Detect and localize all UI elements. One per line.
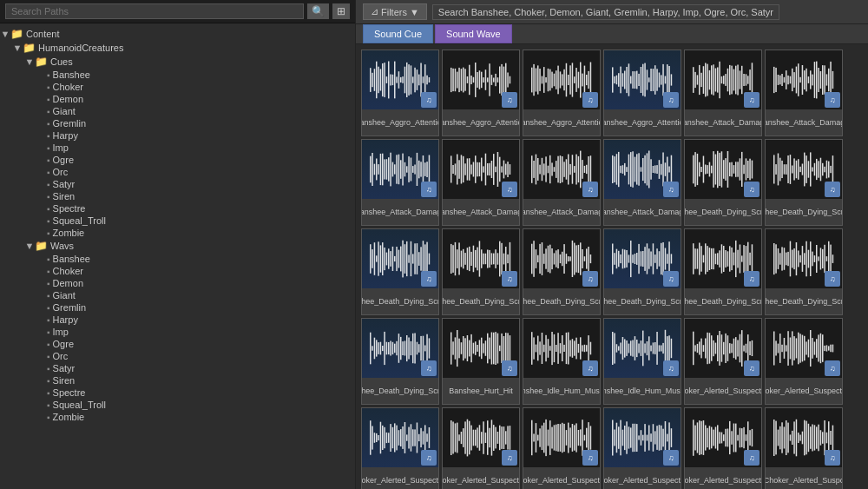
asset-type-icon: ♫ <box>421 182 437 197</box>
tree-item-imp-w[interactable]: ▪Imp <box>0 326 355 338</box>
svg-rect-725 <box>380 422 382 454</box>
tree-item-giant-w[interactable]: ▪Giant <box>0 289 355 301</box>
tab-sound-cue[interactable]: Sound Cue <box>363 24 433 43</box>
svg-rect-498 <box>729 246 731 271</box>
asset-tile[interactable]: ♫Banshee_Idle_Hum_Musical <box>603 318 681 405</box>
tree-item-humanoid-creatures[interactable]: ▼📁HumanoidCreatures <box>0 41 355 55</box>
tree-item-squeal-troll-w[interactable]: ▪Squeal_Troll <box>0 399 355 411</box>
tree-item-harpy-w[interactable]: ▪Harpy <box>0 314 355 326</box>
asset-tile[interactable]: ♫Banshee_Aggro_Attention <box>442 50 520 136</box>
tree-item-demon-c[interactable]: ▪Demon <box>0 93 355 105</box>
svg-rect-412 <box>495 249 496 268</box>
tree-item-spectre-c[interactable]: ▪Spectre <box>0 202 355 215</box>
svg-rect-644 <box>641 340 642 356</box>
tree-item-ogre-c[interactable]: ▪Ogre <box>0 154 355 166</box>
tree-item-zombie-c[interactable]: ▪Zombie <box>0 227 355 239</box>
svg-rect-751 <box>452 422 454 454</box>
tree-item-squeal-troll-c[interactable]: ▪Squeal_Troll <box>0 215 355 227</box>
asset-tile[interactable]: ♫Banshee_Attack_Damage <box>684 50 762 136</box>
tree-item-choker-w[interactable]: ▪Choker <box>0 265 355 277</box>
tree-item-wavs[interactable]: ▼📁Wavs <box>0 239 355 253</box>
tree-item-siren-c[interactable]: ▪Siren <box>0 190 355 202</box>
asset-tile[interactable]: ♫Banshee_Attack_Damage <box>361 139 439 226</box>
asset-tile[interactable]: ♫Banshee_Aggro_Attention <box>603 50 681 136</box>
svg-rect-747 <box>424 425 426 450</box>
asset-tile[interactable]: ♫Banshee_Death_Dying_Screech <box>442 228 520 315</box>
tree-item-harpy-c[interactable]: ▪Harpy <box>0 129 355 142</box>
asset-tile[interactable]: ♫Banshee_Idle_Hum_Musical <box>523 318 601 405</box>
svg-rect-885 <box>804 420 806 456</box>
svg-rect-681 <box>735 337 737 360</box>
tree-item-choker-c[interactable]: ▪Choker <box>0 81 355 93</box>
tree-item-banshee-c[interactable]: ▪Banshee <box>0 69 355 81</box>
asset-tile[interactable]: ♫Banshee_Aggro_Attention <box>361 50 439 136</box>
svg-rect-82 <box>575 68 577 92</box>
tree-item-spectre-w[interactable]: ▪Spectre <box>0 387 355 399</box>
svg-rect-151 <box>775 68 777 92</box>
tree-item-imp-c[interactable]: ▪Imp <box>0 142 355 154</box>
asset-tile[interactable]: ♫Banshee_Hurt_Hit <box>442 318 520 405</box>
svg-rect-67 <box>545 77 547 83</box>
svg-rect-470 <box>653 243 654 274</box>
asset-tile[interactable]: ♫Banshee_Attack_Damage <box>603 139 681 226</box>
asset-tile[interactable]: ♫Banshee_Death_Dying_Screech <box>603 228 681 315</box>
svg-rect-369 <box>388 248 390 268</box>
tree-item-gremlin-w[interactable]: ▪Gremlin <box>0 301 355 314</box>
tree-item-orc-c[interactable]: ▪Orc <box>0 166 355 178</box>
asset-tile[interactable]: ♫Choker_Alerted_Suspecting <box>442 407 520 489</box>
svg-rect-605 <box>542 333 543 364</box>
asset-tile[interactable]: ♫Banshee_Attack_Damage <box>442 139 520 226</box>
asset-tile[interactable]: ♫Choker_Alerted_Suspecting <box>603 407 681 489</box>
tile-preview: ♫ <box>523 319 600 378</box>
tree-item-satyr-c[interactable]: ▪Satyr <box>0 178 355 190</box>
tree-item-satyr-w[interactable]: ▪Satyr <box>0 362 355 374</box>
tree-item-cues[interactable]: ▼📁Cues <box>0 55 355 69</box>
svg-rect-226 <box>483 166 484 172</box>
asset-tile[interactable]: ♫Banshee_Attack_Damage <box>765 50 843 136</box>
asset-tile[interactable]: ♫Banshee_Death_Dying_Screech <box>361 228 439 315</box>
asset-tile[interactable]: ♫Choker_Alerted_Suspecting <box>361 407 439 489</box>
tree-item-orc-w[interactable]: ▪Orc <box>0 350 355 362</box>
asset-tile[interactable]: ♫Banshee_Aggro_Attention <box>523 50 601 136</box>
asset-search-input[interactable] <box>432 4 779 20</box>
svg-rect-682 <box>737 340 739 357</box>
tree-item-gremlin-c[interactable]: ▪Gremlin <box>0 117 355 129</box>
search-button[interactable]: 🔍 <box>307 3 329 19</box>
asset-tile[interactable]: ♫Banshee_Death_Dying_Screech <box>684 228 762 315</box>
search-input[interactable] <box>5 3 304 19</box>
svg-rect-653 <box>659 345 661 351</box>
filter-button[interactable]: ⊿ Filters ▼ <box>363 3 427 20</box>
asset-tile[interactable]: ♫Banshee_Death_Dying_Screech <box>765 139 843 226</box>
tree-item-zombie-w[interactable]: ▪Zombie <box>0 411 355 423</box>
svg-rect-830 <box>653 424 654 452</box>
asset-tile[interactable]: ♫Choker_Alerted_Suspc <box>765 407 843 489</box>
asset-tile[interactable]: ♫Banshee_Death_Dying_Screech <box>361 318 439 405</box>
asset-tile[interactable]: ♫Banshee_Attack_Damage <box>523 139 601 226</box>
tree-item-label: Zombie <box>53 412 85 422</box>
tree-item-content[interactable]: ▼📁Content <box>0 27 355 41</box>
tree-item-siren-w[interactable]: ▪Siren <box>0 374 355 387</box>
asset-tile[interactable]: ♫Choker_Alerted_Suspecting <box>684 318 762 405</box>
svg-rect-343 <box>799 167 801 172</box>
tree-item-banshee-w[interactable]: ▪Banshee <box>0 253 355 265</box>
svg-rect-36 <box>463 68 464 93</box>
asset-tile[interactable]: ♫Banshee_Death_Dying_Screech <box>765 228 843 315</box>
asset-tile-label: Banshee_Death_Dying_Screech <box>362 288 438 314</box>
search-bar: 🔍 ⊞ <box>0 0 355 23</box>
svg-rect-549 <box>388 342 390 354</box>
asset-tile[interactable]: ♫Banshee_Death_Dying_Screech <box>684 139 762 226</box>
asset-tile[interactable]: ♫Banshee_Death_Dying_Screech <box>523 228 601 315</box>
asset-tile[interactable]: ♫Choker_Alerted_Suspecting <box>684 407 762 489</box>
svg-rect-69 <box>549 69 551 91</box>
view-options-button[interactable]: ⊞ <box>332 3 350 19</box>
tree-item-giant-c[interactable]: ▪Giant <box>0 105 355 117</box>
tree-item-demon-w[interactable]: ▪Demon <box>0 277 355 289</box>
svg-rect-788 <box>548 430 549 446</box>
svg-rect-833 <box>659 425 661 451</box>
asset-tile[interactable]: ♫Choker_Alerted_Suspecting <box>765 318 843 405</box>
tree-item-ogre-w[interactable]: ▪Ogre <box>0 338 355 350</box>
tab-sound-wave[interactable]: Sound Wave <box>435 24 512 43</box>
asset-tile[interactable]: ♫Choker_Alerted_Suspecting <box>523 407 601 489</box>
svg-rect-608 <box>548 339 549 358</box>
asset-type-icon: ♫ <box>582 182 598 197</box>
